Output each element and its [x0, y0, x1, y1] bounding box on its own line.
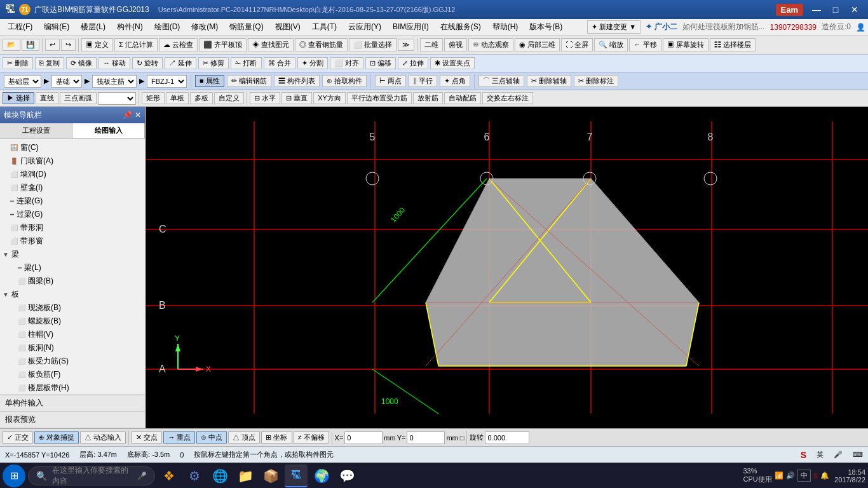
open-btn[interactable]: 📂: [3, 39, 20, 51]
rebar-type-select[interactable]: 筏板主筋: [92, 75, 137, 88]
intersection-btn[interactable]: ✕ 交点: [132, 431, 162, 444]
cloud-check-btn[interactable]: ☁ 云检查: [159, 38, 198, 51]
menu-item-version[interactable]: 版本号(B): [524, 20, 567, 34]
redo-btn[interactable]: ↪: [61, 39, 76, 51]
tree-item-window[interactable]: 🪟窗(C): [0, 141, 145, 154]
endpoint-btn[interactable]: → 重点: [163, 431, 195, 444]
multi-board-btn[interactable]: 多板: [190, 92, 213, 104]
copy-btn[interactable]: ⎘ 复制: [35, 57, 64, 69]
menu-item-rebar[interactable]: 钢筋量(Q): [224, 20, 268, 34]
rect-btn[interactable]: 矩形: [142, 92, 165, 104]
menu-item-view[interactable]: 视图(V): [270, 20, 306, 34]
define-btn[interactable]: ▣ 定义: [81, 38, 113, 51]
menu-item-tools[interactable]: 工具(T): [307, 20, 342, 34]
find-btn[interactable]: ◈ 查找图元: [248, 38, 294, 51]
component-type-select[interactable]: 基础: [51, 75, 82, 88]
user-icon[interactable]: 👤: [856, 23, 865, 32]
y-coord-input[interactable]: [407, 431, 445, 444]
menu-item-cloud[interactable]: 云应用(Y): [343, 20, 386, 34]
tree-item-wallhole[interactable]: ⬜墙洞(D): [0, 168, 145, 181]
menu-item-component[interactable]: 构件(N): [112, 20, 148, 34]
taskbar-app-explorer[interactable]: 📁: [234, 464, 257, 487]
menu-item-edit[interactable]: 编辑(E): [39, 20, 74, 34]
tab-project-settings[interactable]: 工程设置: [0, 123, 72, 138]
undo-btn[interactable]: ↩: [45, 39, 60, 51]
edit-rebar-btn[interactable]: ✏ 编辑钢筋: [227, 75, 271, 87]
2d-btn[interactable]: 二维: [420, 38, 443, 51]
offset-btn[interactable]: ⊡ 偏移: [365, 57, 396, 69]
tree-item-beam[interactable]: ━梁(L): [0, 261, 145, 274]
menu-item-file[interactable]: 工程(F): [3, 20, 37, 34]
pan-btn[interactable]: ← 平移: [629, 38, 661, 51]
view-rebar-btn[interactable]: ◎ 查看钢筋量: [295, 38, 348, 51]
click-point-btn[interactable]: ✦ 点角: [440, 75, 470, 87]
line-tool-btn[interactable]: 直线: [36, 92, 58, 104]
sum-btn[interactable]: Σ 汇总计算: [114, 38, 158, 51]
panel-pin-btn[interactable]: 📌: [123, 111, 132, 119]
extend-btn[interactable]: ↗ 延伸: [165, 57, 196, 69]
screen-rotate-btn[interactable]: ▣ 屏幕旋转: [663, 38, 709, 51]
parallel-edge-btn[interactable]: 平行边布置受力筋: [347, 92, 412, 104]
tree-item-niche[interactable]: ⬜壁龛(I): [0, 181, 145, 194]
fullscreen-btn[interactable]: ⛶ 全屏: [561, 38, 593, 51]
arc-tool-btn[interactable]: 三点画弧: [60, 92, 97, 104]
move-btn[interactable]: ↔ 移动: [98, 57, 130, 69]
save-btn[interactable]: 💾: [22, 39, 39, 51]
mic-icon[interactable]: 🎤: [137, 471, 147, 480]
tree-item-column-cap[interactable]: ⬜柱帽(V): [0, 328, 145, 341]
zoom-btn[interactable]: 🔍 缩放: [594, 38, 628, 51]
notification-icon[interactable]: 🔔: [820, 471, 829, 480]
element-select[interactable]: FBZJ-1: [147, 75, 187, 88]
tree-item-strip-window[interactable]: ⬜带形窗: [0, 234, 145, 248]
local-3d-btn[interactable]: ◉ 局部三维: [515, 38, 560, 51]
tab-draw-input[interactable]: 绘图输入: [72, 123, 145, 138]
object-snap-btn[interactable]: ⊕ 对象捕捉: [34, 431, 79, 444]
ime-switch[interactable]: 中: [797, 470, 811, 482]
vertical-btn[interactable]: ⊟ 垂直: [281, 92, 312, 104]
new-change-btn[interactable]: ✦ 新建变更 ▼: [587, 20, 641, 34]
delete-btn[interactable]: ✂ 删除: [3, 57, 33, 69]
tree-item-floor-band[interactable]: ⬜楼层板带(H): [0, 381, 145, 395]
menu-item-help[interactable]: 帮助(H): [487, 20, 524, 34]
del-mark-btn[interactable]: ✂ 删除标注: [574, 75, 618, 87]
three-arc-btn[interactable]: ⌒ 三点辅轴: [478, 75, 524, 87]
split-btn[interactable]: ✦ 分割: [297, 57, 328, 69]
tree-item-lintel[interactable]: ━过梁(G): [0, 208, 145, 221]
midpoint-btn[interactable]: ⊙ 中点: [196, 431, 227, 444]
tree-item-slab-rebar[interactable]: ⬜板受力筋(S): [0, 355, 145, 368]
tree-group-slab[interactable]: ▼板: [0, 288, 145, 301]
tree-item-neg-rebar[interactable]: ⬜板负筋(F): [0, 368, 145, 381]
floor-select[interactable]: 基础层: [4, 75, 41, 88]
more-btn[interactable]: ≫: [398, 39, 414, 51]
tree-item-strip-hole[interactable]: ⬜带形洞: [0, 221, 145, 234]
single-component-btn[interactable]: 单构件输入: [0, 395, 145, 412]
taskbar-app-settings[interactable]: ⚙: [183, 464, 206, 487]
dynamic-btn[interactable]: ♾ 动态观察: [468, 38, 513, 51]
merge-btn[interactable]: ⌘ 合并: [264, 57, 295, 69]
taskbar-app-store[interactable]: 📦: [259, 464, 282, 487]
xy-dir-btn[interactable]: XY方向: [313, 92, 346, 104]
break-btn[interactable]: ✁ 打断: [231, 57, 261, 69]
radial-btn[interactable]: 放射筋: [413, 92, 443, 104]
menu-item-modify[interactable]: 修改(M): [186, 20, 223, 34]
report-preview-btn[interactable]: 报表预览: [0, 412, 145, 428]
mirror-btn[interactable]: ⟳ 镜像: [66, 57, 97, 69]
start-button[interactable]: ⊞: [3, 464, 25, 487]
coord-btn[interactable]: ⊞ 坐标: [261, 431, 292, 444]
taskbar-app-chat[interactable]: 💬: [336, 464, 358, 487]
custom-btn[interactable]: 自定义: [214, 92, 244, 104]
rotation-input[interactable]: [485, 431, 529, 444]
swap-mark-btn[interactable]: 交换左右标注: [482, 92, 533, 104]
align-top-btn[interactable]: ⬛ 齐平板顶: [199, 38, 247, 51]
select-tool-btn[interactable]: ▶ 选择: [3, 92, 34, 104]
align-btn[interactable]: ⬜ 对齐: [330, 57, 363, 69]
menu-item-online[interactable]: 在线服务(S): [435, 20, 486, 34]
pick-component-btn[interactable]: ⊕ 拾取构件: [322, 75, 367, 87]
orthogonal-btn[interactable]: ✓ 正交: [3, 431, 33, 444]
shape-select[interactable]: [98, 92, 136, 105]
taskbar-app-globe[interactable]: 🌍: [310, 464, 333, 487]
tree-item-slab-hole[interactable]: ⬜板洞(N): [0, 341, 145, 355]
del-aux-btn[interactable]: ✂ 删除辅轴: [527, 75, 571, 87]
single-board-btn[interactable]: 单板: [166, 92, 189, 104]
tree-item-ring-beam[interactable]: ⬜圈梁(B): [0, 274, 145, 288]
